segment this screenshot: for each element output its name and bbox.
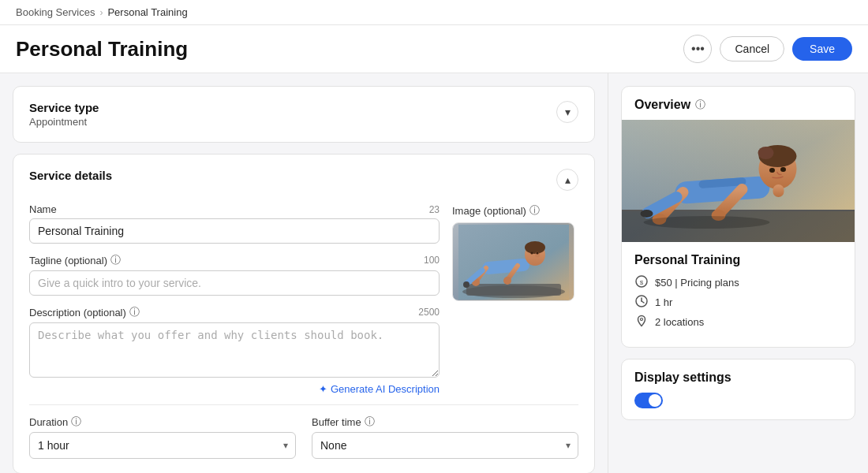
tagline-input[interactable] (29, 270, 440, 296)
service-details-inner: Name 23 Tagline (optional) ⓘ 100 (29, 203, 578, 459)
buffer-label-row: Buffer time ⓘ (312, 415, 578, 429)
breadcrumb-current: Personal Training (107, 6, 187, 18)
page-header: Personal Training ••• Cancel Save (0, 25, 868, 73)
buffer-label: Buffer time (312, 416, 361, 428)
duration-select[interactable]: 30 minutes 45 minutes 1 hour 1.5 hours 2… (29, 432, 296, 459)
overview-price-row: $ $50 | Pricing plans (634, 275, 842, 290)
service-details-card: Service details ▴ Name 23 (13, 154, 595, 473)
description-counter: 2500 (418, 307, 440, 318)
description-label-row: Description (optional) ⓘ 2500 (29, 305, 440, 319)
display-settings-toggle[interactable] (634, 393, 663, 408)
svg-point-23 (758, 147, 774, 159)
duration-buffer-row: Duration ⓘ 30 minutes 45 minutes 1 hour … (29, 415, 578, 459)
buffer-info-icon: ⓘ (365, 415, 375, 429)
overview-card: Overview ⓘ (621, 86, 855, 348)
chevron-up-icon: ▴ (565, 173, 571, 186)
overview-photo (622, 120, 855, 242)
duration-info-icon: ⓘ (71, 415, 81, 429)
service-details-title: Service details (29, 169, 112, 182)
service-type-collapse-button[interactable]: ▾ (556, 101, 578, 123)
overview-locations: 2 locations (655, 316, 704, 328)
overview-price: $50 | Pricing plans (655, 277, 739, 289)
breadcrumb-separator: › (99, 7, 103, 18)
display-settings-title: Display settings (634, 371, 842, 385)
svg-point-5 (525, 241, 545, 254)
image-label-row: Image (optional) ⓘ (452, 203, 578, 218)
tagline-label-row: Tagline (optional) ⓘ 100 (29, 253, 440, 267)
chevron-down-icon: ▾ (565, 106, 571, 118)
buffer-select[interactable]: None 5 minutes 10 minutes 15 minutes 30 … (312, 432, 578, 459)
buffer-select-wrapper: None 5 minutes 10 minutes 15 minutes 30 … (312, 432, 578, 459)
svg-rect-2 (466, 284, 561, 296)
cancel-button[interactable]: Cancel (720, 36, 784, 61)
tagline-info-icon: ⓘ (110, 253, 121, 267)
description-textarea[interactable] (29, 322, 440, 378)
duration-field: Duration ⓘ 30 minutes 45 minutes 1 hour … (29, 415, 296, 459)
name-input[interactable] (29, 218, 440, 244)
tagline-counter: 100 (424, 255, 440, 266)
page-title: Personal Training (16, 37, 188, 61)
overview-duration-row: 1 hr (634, 295, 842, 310)
service-type-subtitle: Appointment (29, 116, 99, 128)
svg-point-39 (641, 318, 643, 321)
name-column: Name 23 Tagline (optional) ⓘ 100 (29, 203, 440, 395)
image-preview[interactable] (452, 222, 574, 301)
svg-point-25 (780, 167, 786, 172)
display-settings-toggle-row (634, 393, 842, 408)
service-details-header: Service details ▴ (29, 169, 578, 191)
svg-point-11 (463, 281, 470, 288)
clock-icon (634, 295, 649, 310)
svg-point-24 (769, 168, 775, 173)
service-details-collapse-button[interactable]: ▴ (556, 169, 578, 191)
image-info-icon: ⓘ (529, 203, 540, 218)
svg-text:$: $ (640, 279, 644, 286)
name-label: Name (29, 203, 57, 215)
save-button[interactable]: Save (792, 37, 852, 61)
overview-info: Personal Training $ $50 | Pricing plans … (622, 242, 855, 347)
svg-point-9 (503, 277, 511, 285)
service-type-card: Service type Appointment ▾ (13, 86, 595, 143)
service-type-title: Service type (29, 101, 99, 114)
service-type-header: Service type Appointment ▾ (29, 101, 578, 128)
generate-ai-label: Generate AI Description (331, 383, 440, 395)
service-type-text: Service type Appointment (29, 101, 99, 128)
left-column: Service type Appointment ▾ Service detai… (0, 73, 608, 473)
location-icon (634, 315, 649, 330)
overview-photo-svg (622, 120, 855, 242)
preview-image-svg (458, 225, 569, 300)
duration-label-row: Duration ⓘ (29, 415, 296, 429)
display-settings-card: Display settings (621, 359, 855, 420)
breadcrumb-parent[interactable]: Booking Services (16, 6, 95, 18)
overview-title: Overview (634, 98, 690, 112)
header-actions: ••• Cancel Save (683, 35, 852, 63)
image-column: Image (optional) ⓘ (452, 203, 578, 301)
more-options-button[interactable]: ••• (683, 35, 712, 63)
main-layout: Service type Appointment ▾ Service detai… (0, 73, 868, 473)
image-preview-inner (453, 223, 574, 300)
price-icon: $ (634, 275, 649, 290)
name-label-row: Name 23 (29, 203, 440, 215)
tagline-label: Tagline (optional) (29, 255, 107, 266)
overview-locations-row: 2 locations (634, 315, 842, 330)
svg-rect-26 (773, 184, 784, 197)
description-info-icon: ⓘ (129, 305, 140, 319)
svg-point-13 (530, 251, 533, 254)
breadcrumb: Booking Services › Personal Training (0, 0, 868, 25)
overview-info-icon: ⓘ (695, 98, 705, 112)
buffer-field: Buffer time ⓘ None 5 minutes 10 minutes … (312, 415, 578, 459)
overview-service-name: Personal Training (634, 253, 842, 267)
description-label: Description (optional) (29, 307, 126, 318)
right-column: Overview ⓘ (608, 73, 868, 473)
name-counter: 23 (429, 204, 440, 215)
svg-point-32 (641, 210, 653, 218)
generate-ai-row: ✦ Generate AI Description (29, 383, 440, 395)
form-divider (29, 404, 578, 405)
duration-select-wrapper: 30 minutes 45 minutes 1 hour 1.5 hours 2… (29, 432, 296, 459)
image-label: Image (optional) (452, 205, 526, 217)
overview-header: Overview ⓘ (622, 87, 855, 120)
duration-label: Duration (29, 416, 68, 428)
svg-point-14 (536, 251, 538, 254)
generate-ai-link[interactable]: ✦ Generate AI Description (319, 383, 440, 395)
svg-line-38 (642, 301, 644, 303)
overview-duration: 1 hr (655, 296, 672, 308)
